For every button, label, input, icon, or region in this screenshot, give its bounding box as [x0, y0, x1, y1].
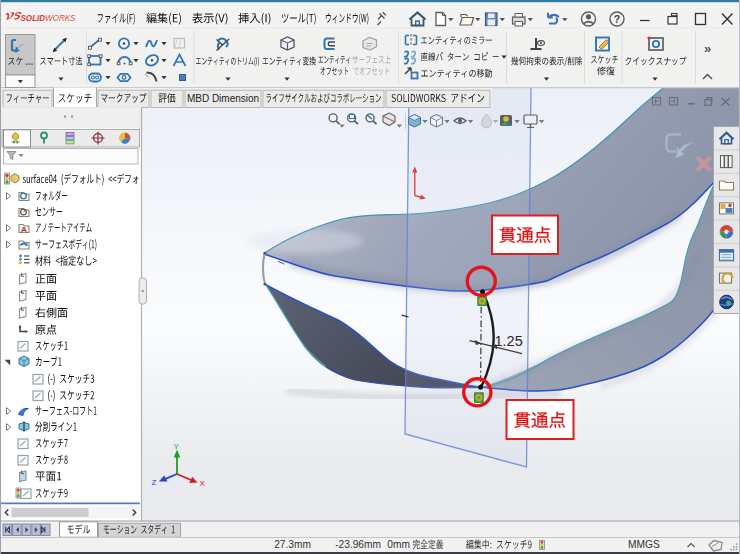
svg-text:1.25: 1.25 [495, 333, 523, 349]
svg-text:A: A [21, 225, 27, 234]
svg-text:SOLIDWORKS: SOLIDWORKS [21, 12, 76, 23]
svg-text:X: X [200, 479, 206, 488]
svg-text:Y: Y [174, 442, 180, 451]
svg-text:Z: Z [152, 478, 157, 487]
svg-text:?: ? [614, 13, 620, 25]
svg-text:0mm: 0mm [387, 539, 410, 550]
svg-text:MBD Dimension: MBD Dimension [187, 93, 259, 104]
svg-text:MMGS: MMGS [628, 539, 660, 550]
svg-text:»: » [704, 41, 711, 56]
svg-text:27.3mm: 27.3mm [274, 539, 311, 550]
svg-text:-23.96mm: -23.96mm [335, 539, 381, 550]
svg-text:...: ... [25, 56, 34, 67]
